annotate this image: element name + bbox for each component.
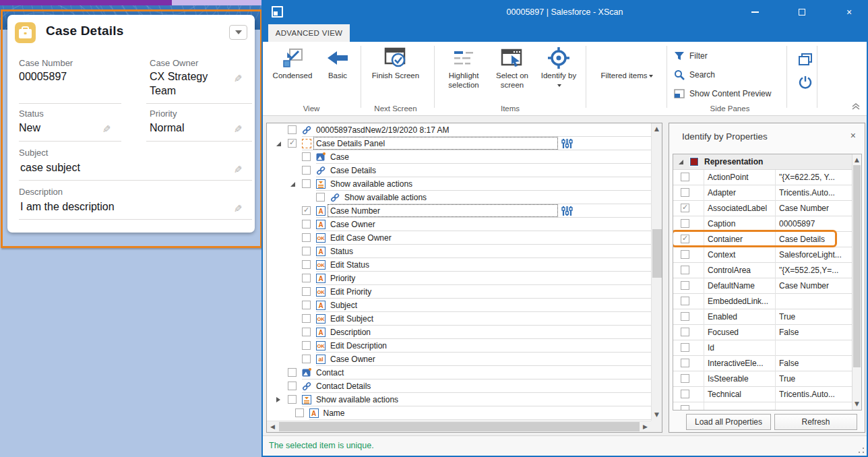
filter-button[interactable]: Filter [674, 47, 708, 65]
checkbox[interactable] [681, 390, 689, 398]
expander-open-icon[interactable] [276, 142, 281, 146]
checkbox[interactable] [681, 328, 689, 336]
tree-row[interactable]: Contact Details [267, 379, 651, 393]
tree-row[interactable]: OK Edit Subject [267, 312, 651, 326]
minimize-button[interactable] [740, 0, 770, 24]
checkbox[interactable] [681, 312, 689, 321]
checkbox[interactable] [302, 166, 311, 175]
checkbox[interactable] [288, 395, 297, 404]
tree-row[interactable]: OK Edit Case Owner [267, 231, 651, 245]
checkbox[interactable] [681, 281, 689, 290]
checkbox[interactable] [302, 152, 311, 161]
tree-row[interactable]: A Case Number [267, 204, 651, 218]
property-row[interactable]: AssociatedLabelCase Number [673, 201, 861, 216]
checkbox[interactable] [681, 374, 689, 383]
tree-row[interactable]: OK Edit Description [267, 339, 651, 353]
checkbox[interactable] [681, 297, 689, 305]
edit-pencil-icon[interactable]: ✎ [102, 123, 111, 135]
tree-row[interactable]: 00005897asdNew2/19/2020 8:17 AM [267, 123, 651, 137]
tree-row[interactable]: A Name [267, 406, 651, 420]
load-all-properties-button[interactable]: Load all Properties [686, 414, 771, 430]
tree-row[interactable]: A Priority [267, 272, 651, 285]
tree-row[interactable]: Contact [267, 366, 651, 379]
search-button[interactable]: Search [674, 66, 715, 84]
identify-sliders-icon[interactable] [561, 138, 573, 152]
horizontal-scrollbar[interactable]: ◀ ▶ [267, 421, 651, 432]
tree-row[interactable]: A Subject [267, 299, 651, 312]
checkbox[interactable] [681, 266, 689, 274]
tree-row[interactable]: Case [267, 150, 651, 164]
tree-row[interactable]: Case Details Panel [267, 137, 651, 150]
edit-pencil-icon[interactable]: ✎ [234, 73, 243, 85]
basic-button[interactable]: Basic [319, 43, 356, 102]
condensed-button[interactable]: Condensed [267, 43, 318, 102]
cascade-windows-button[interactable] [798, 53, 813, 69]
checkbox[interactable] [302, 341, 311, 350]
tree-row[interactable]: aI Case Owner [267, 353, 651, 366]
checkbox[interactable] [302, 233, 311, 242]
expander-open-icon[interactable] [679, 160, 683, 164]
checkbox[interactable] [681, 188, 689, 197]
checkbox[interactable] [302, 179, 311, 188]
tree-row[interactable]: Show available actions [267, 177, 651, 191]
tab-advanced-view[interactable]: ADVANCED VIEW [268, 24, 350, 42]
scrollbar-thumb[interactable] [652, 229, 662, 278]
scrollbar-thumb[interactable] [279, 422, 640, 431]
checkbox[interactable] [681, 359, 689, 367]
checkbox[interactable] [681, 250, 689, 259]
power-button[interactable] [799, 75, 812, 92]
close-panel-icon[interactable]: × [850, 130, 856, 141]
checkbox[interactable] [316, 193, 325, 202]
expander-closed-icon[interactable] [276, 397, 280, 402]
titlebar[interactable]: 00005897 | Salesforce - XScan × [261, 0, 868, 24]
property-row[interactable] [673, 402, 861, 410]
checkbox[interactable] [288, 139, 297, 148]
property-row[interactable]: ControlArea"{X=552.25,Y=... [673, 263, 861, 278]
checkbox[interactable] [302, 301, 311, 309]
property-group-row[interactable]: Representation [673, 154, 861, 170]
checkbox[interactable] [302, 287, 311, 296]
checkbox[interactable] [681, 343, 689, 352]
filtered-items-button[interactable]: Filtered items [594, 43, 659, 102]
checkbox[interactable] [681, 405, 689, 410]
maximize-button[interactable] [787, 0, 817, 24]
checkbox[interactable] [288, 368, 297, 377]
scroll-down-icon[interactable]: ▼ [855, 401, 859, 407]
checkbox[interactable] [302, 314, 311, 323]
property-row[interactable]: IsSteerableTrue [673, 371, 861, 387]
scrollbar-thumb[interactable] [853, 165, 861, 367]
edit-pencil-icon[interactable]: ✎ [234, 164, 243, 176]
scroll-up-icon[interactable]: ▲ [855, 157, 859, 163]
checkbox[interactable] [681, 173, 689, 181]
property-row[interactable]: EnabledTrue [673, 309, 861, 325]
refresh-button[interactable]: Refresh [774, 414, 857, 430]
select-on-screen-button[interactable]: Select on screen [489, 43, 535, 102]
tree-row[interactable]: Show available actions [267, 191, 651, 204]
tree-row[interactable]: OK Edit Status [267, 258, 651, 272]
property-row[interactable]: InteractiveEle...False [673, 356, 861, 371]
checkbox[interactable] [302, 355, 311, 363]
property-row[interactable]: DefaultNameCase Number [673, 278, 861, 294]
scroll-up-icon[interactable]: ▲ [654, 126, 659, 132]
property-row[interactable]: AdapterTricentis.Auto... [673, 185, 861, 201]
property-row[interactable]: ContextSalesforceLight... [673, 247, 861, 263]
property-row[interactable]: TechnicalTricentis.Auto... [673, 387, 861, 402]
property-row[interactable]: EmbeddedLink... [673, 294, 861, 309]
checkbox[interactable] [681, 219, 689, 228]
expander-open-icon[interactable] [290, 182, 295, 187]
scroll-right-icon[interactable]: ▶ [643, 424, 648, 430]
checkbox[interactable] [288, 125, 297, 134]
identify-by-button[interactable]: Identify by [536, 43, 581, 102]
identify-sliders-icon[interactable] [561, 206, 573, 219]
edit-pencil-icon[interactable]: ✎ [234, 123, 243, 135]
vertical-scrollbar[interactable]: ▲ ▼ [651, 123, 662, 421]
finish-screen-button[interactable]: Finish Screen [367, 43, 425, 102]
tree-row[interactable]: A Description [267, 326, 651, 339]
checkbox[interactable] [302, 328, 311, 336]
tree-row[interactable]: A Case Owner [267, 218, 651, 231]
tree-row[interactable]: A Status [267, 245, 651, 258]
checkbox[interactable] [681, 204, 689, 212]
vertical-scrollbar[interactable]: ▲ ▼ [852, 154, 861, 410]
scroll-down-icon[interactable]: ▼ [654, 412, 659, 418]
property-row[interactable]: ActionPoint"{X=622.25, Y... [673, 170, 861, 185]
